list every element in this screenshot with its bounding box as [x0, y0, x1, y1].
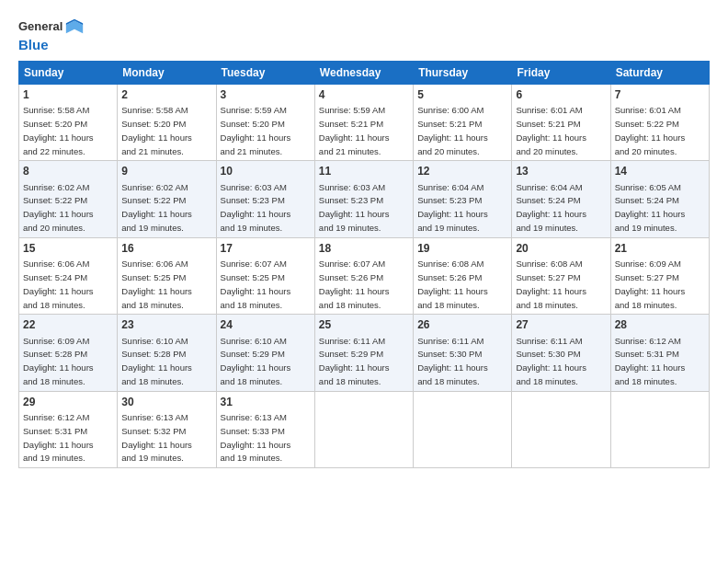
- day-info: Sunrise: 6:07 AMSunset: 5:26 PMDaylight:…: [319, 259, 390, 309]
- day-info: Sunrise: 6:07 AMSunset: 5:25 PMDaylight:…: [221, 259, 291, 309]
- day-info: Sunrise: 6:08 AMSunset: 5:26 PMDaylight:…: [417, 259, 488, 309]
- header: General Blue: [18, 17, 710, 53]
- day-number: 5: [417, 87, 507, 102]
- calendar-day-23: 23Sunrise: 6:10 AMSunset: 5:28 PMDayligh…: [118, 315, 216, 391]
- calendar-day-26: 26Sunrise: 6:11 AMSunset: 5:30 PMDayligh…: [414, 315, 512, 391]
- day-info: Sunrise: 6:13 AMSunset: 5:32 PMDaylight:…: [121, 412, 192, 463]
- calendar-header-row: SundayMondayTuesdayWednesdayThursdayFrid…: [19, 62, 710, 85]
- day-info: Sunrise: 6:11 AMSunset: 5:30 PMDaylight:…: [417, 336, 488, 386]
- day-info: Sunrise: 6:11 AMSunset: 5:29 PMDaylight:…: [319, 336, 390, 386]
- calendar-week-row: 1Sunrise: 5:58 AMSunset: 5:20 PMDaylight…: [19, 85, 710, 161]
- calendar-day-1: 1Sunrise: 5:58 AMSunset: 5:20 PMDaylight…: [19, 85, 118, 161]
- calendar-week-row: 15Sunrise: 6:06 AMSunset: 5:24 PMDayligh…: [19, 237, 710, 314]
- day-info: Sunrise: 6:05 AMSunset: 5:24 PMDaylight:…: [615, 182, 686, 233]
- day-info: Sunrise: 6:01 AMSunset: 5:21 PMDaylight:…: [516, 105, 586, 155]
- calendar-day-31: 31Sunrise: 6:13 AMSunset: 5:33 PMDayligh…: [216, 391, 314, 467]
- logo-general: General: [18, 19, 63, 34]
- day-number: 22: [23, 317, 113, 332]
- calendar-day-7: 7Sunrise: 6:01 AMSunset: 5:22 PMDaylight…: [610, 85, 709, 161]
- day-number: 1: [23, 87, 113, 102]
- calendar-header-friday: Friday: [512, 62, 610, 85]
- calendar-day-5: 5Sunrise: 6:00 AMSunset: 5:21 PMDaylight…: [414, 85, 512, 161]
- day-number: 3: [221, 87, 311, 102]
- calendar-day-27: 27Sunrise: 6:11 AMSunset: 5:30 PMDayligh…: [512, 315, 610, 391]
- logo: General Blue: [18, 17, 85, 53]
- day-number: 12: [417, 164, 507, 178]
- day-info: Sunrise: 6:12 AMSunset: 5:31 PMDaylight:…: [23, 412, 94, 463]
- day-info: Sunrise: 6:04 AMSunset: 5:24 PMDaylight:…: [516, 182, 586, 233]
- calendar-day-17: 17Sunrise: 6:07 AMSunset: 5:25 PMDayligh…: [216, 237, 314, 314]
- calendar-day-8: 8Sunrise: 6:02 AMSunset: 5:22 PMDaylight…: [19, 161, 118, 237]
- day-info: Sunrise: 6:03 AMSunset: 5:23 PMDaylight:…: [319, 182, 390, 233]
- day-number: 4: [319, 87, 409, 102]
- day-number: 7: [615, 87, 705, 102]
- calendar-header-thursday: Thursday: [414, 62, 512, 85]
- day-number: 13: [516, 164, 606, 178]
- logo-blue: Blue: [18, 37, 49, 52]
- day-number: 6: [516, 87, 606, 102]
- calendar-day-19: 19Sunrise: 6:08 AMSunset: 5:26 PMDayligh…: [414, 237, 512, 314]
- day-info: Sunrise: 5:59 AMSunset: 5:20 PMDaylight:…: [221, 105, 291, 155]
- day-number: 27: [516, 317, 606, 332]
- calendar-day-13: 13Sunrise: 6:04 AMSunset: 5:24 PMDayligh…: [512, 161, 610, 237]
- calendar-day-15: 15Sunrise: 6:06 AMSunset: 5:24 PMDayligh…: [19, 237, 118, 314]
- calendar-week-row: 8Sunrise: 6:02 AMSunset: 5:22 PMDaylight…: [19, 161, 710, 237]
- day-number: 20: [516, 241, 606, 256]
- day-number: 26: [417, 317, 507, 332]
- calendar-empty: [314, 391, 413, 467]
- day-number: 23: [121, 317, 211, 332]
- day-info: Sunrise: 5:59 AMSunset: 5:21 PMDaylight:…: [319, 105, 390, 155]
- day-number: 16: [121, 241, 211, 256]
- day-info: Sunrise: 6:11 AMSunset: 5:30 PMDaylight:…: [516, 336, 586, 386]
- day-number: 28: [615, 317, 705, 332]
- calendar-header-monday: Monday: [118, 62, 216, 85]
- day-number: 25: [319, 317, 409, 332]
- day-info: Sunrise: 6:08 AMSunset: 5:27 PMDaylight:…: [516, 259, 586, 309]
- day-info: Sunrise: 6:06 AMSunset: 5:24 PMDaylight:…: [23, 259, 94, 309]
- calendar-day-14: 14Sunrise: 6:05 AMSunset: 5:24 PMDayligh…: [610, 161, 709, 237]
- day-number: 31: [221, 395, 311, 409]
- calendar-day-25: 25Sunrise: 6:11 AMSunset: 5:29 PMDayligh…: [314, 315, 413, 391]
- calendar-day-28: 28Sunrise: 6:12 AMSunset: 5:31 PMDayligh…: [610, 315, 709, 391]
- calendar-day-2: 2Sunrise: 5:58 AMSunset: 5:20 PMDaylight…: [118, 85, 216, 161]
- calendar-day-24: 24Sunrise: 6:10 AMSunset: 5:29 PMDayligh…: [216, 315, 314, 391]
- day-number: 9: [121, 164, 211, 178]
- day-info: Sunrise: 5:58 AMSunset: 5:20 PMDaylight:…: [23, 105, 94, 155]
- calendar-day-30: 30Sunrise: 6:13 AMSunset: 5:32 PMDayligh…: [118, 391, 216, 467]
- page: General Blue SundayMondayTuesdayWednesda…: [0, 0, 728, 477]
- day-info: Sunrise: 6:10 AMSunset: 5:29 PMDaylight:…: [221, 336, 291, 386]
- day-number: 24: [221, 317, 311, 332]
- day-info: Sunrise: 6:01 AMSunset: 5:22 PMDaylight:…: [615, 105, 686, 155]
- calendar-table: SundayMondayTuesdayWednesdayThursdayFrid…: [18, 61, 710, 468]
- calendar-day-21: 21Sunrise: 6:09 AMSunset: 5:27 PMDayligh…: [610, 237, 709, 314]
- calendar-day-12: 12Sunrise: 6:04 AMSunset: 5:23 PMDayligh…: [414, 161, 512, 237]
- day-info: Sunrise: 6:02 AMSunset: 5:22 PMDaylight:…: [121, 182, 192, 233]
- day-info: Sunrise: 6:13 AMSunset: 5:33 PMDaylight:…: [221, 412, 291, 463]
- day-info: Sunrise: 5:58 AMSunset: 5:20 PMDaylight:…: [121, 105, 192, 155]
- calendar-week-row: 29Sunrise: 6:12 AMSunset: 5:31 PMDayligh…: [19, 391, 710, 467]
- calendar-header-wednesday: Wednesday: [314, 62, 413, 85]
- day-number: 29: [23, 395, 113, 409]
- day-info: Sunrise: 6:04 AMSunset: 5:23 PMDaylight:…: [417, 182, 488, 233]
- calendar-day-6: 6Sunrise: 6:01 AMSunset: 5:21 PMDaylight…: [512, 85, 610, 161]
- calendar-day-10: 10Sunrise: 6:03 AMSunset: 5:23 PMDayligh…: [216, 161, 314, 237]
- calendar-header-sunday: Sunday: [19, 62, 118, 85]
- day-number: 15: [23, 241, 113, 256]
- calendar-header-saturday: Saturday: [610, 62, 709, 85]
- day-info: Sunrise: 6:03 AMSunset: 5:23 PMDaylight:…: [221, 182, 291, 233]
- calendar-day-20: 20Sunrise: 6:08 AMSunset: 5:27 PMDayligh…: [512, 237, 610, 314]
- calendar-day-3: 3Sunrise: 5:59 AMSunset: 5:20 PMDaylight…: [216, 85, 314, 161]
- day-number: 17: [221, 241, 311, 256]
- calendar-day-18: 18Sunrise: 6:07 AMSunset: 5:26 PMDayligh…: [314, 237, 413, 314]
- day-number: 30: [121, 395, 211, 409]
- calendar-week-row: 22Sunrise: 6:09 AMSunset: 5:28 PMDayligh…: [19, 315, 710, 391]
- day-number: 18: [319, 241, 409, 256]
- calendar-day-29: 29Sunrise: 6:12 AMSunset: 5:31 PMDayligh…: [19, 391, 118, 467]
- calendar-day-9: 9Sunrise: 6:02 AMSunset: 5:22 PMDaylight…: [118, 161, 216, 237]
- day-info: Sunrise: 6:09 AMSunset: 5:27 PMDaylight:…: [615, 259, 686, 309]
- day-info: Sunrise: 6:06 AMSunset: 5:25 PMDaylight:…: [121, 259, 192, 309]
- calendar-day-22: 22Sunrise: 6:09 AMSunset: 5:28 PMDayligh…: [19, 315, 118, 391]
- day-number: 19: [417, 241, 507, 256]
- day-number: 11: [319, 164, 409, 178]
- calendar-day-11: 11Sunrise: 6:03 AMSunset: 5:23 PMDayligh…: [314, 161, 413, 237]
